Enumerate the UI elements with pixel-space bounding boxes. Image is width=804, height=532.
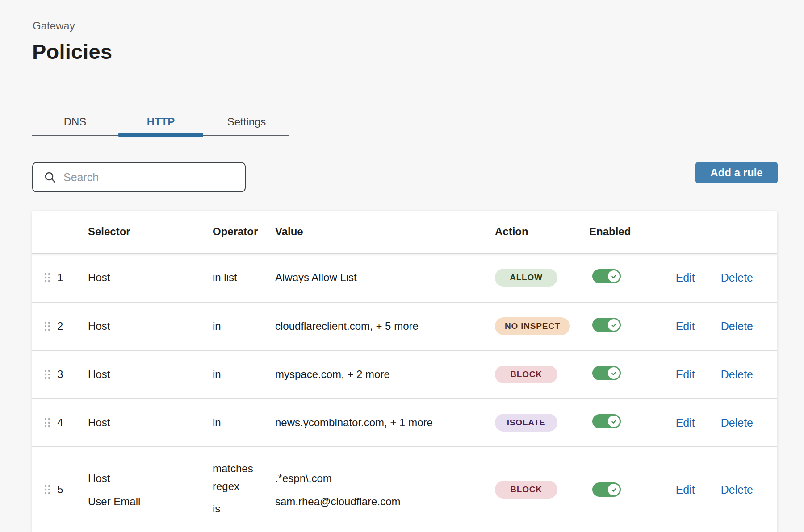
enabled-toggle[interactable] (592, 482, 621, 497)
table-row: 1 Host in list Always Allow List ALLOW E… (32, 254, 777, 302)
table-row: 5 Host User Email matches regex is .*esp… (32, 446, 777, 532)
drag-handle-icon[interactable] (43, 367, 52, 382)
search-input[interactable] (63, 171, 233, 184)
row-value: myspace.com, + 2 more (275, 368, 495, 381)
table-header-row: Selector Operator Value Action Enabled (32, 211, 777, 254)
row-selector: User Email (88, 492, 213, 511)
check-icon (611, 370, 617, 377)
delete-link[interactable]: Delete (721, 416, 753, 429)
row-number: 3 (57, 368, 88, 381)
tab-http[interactable]: HTTP (118, 107, 204, 137)
table-row: 3 Host in myspace.com, + 2 more BLOCK Ed… (32, 350, 777, 398)
row-operator: matches regex (213, 460, 266, 495)
row-selector: Host (88, 368, 213, 381)
edit-link[interactable]: Edit (676, 483, 695, 496)
row-operator: in list (213, 271, 275, 284)
row-value: sam.rhea@cloudflare.com (275, 492, 495, 511)
drag-handle-icon[interactable] (43, 482, 52, 497)
delete-link[interactable]: Delete (721, 320, 753, 333)
divider (708, 482, 708, 498)
row-operator: in (213, 320, 275, 332)
drag-handle-icon[interactable] (43, 416, 52, 430)
check-icon (611, 322, 617, 328)
action-badge: BLOCK (495, 366, 557, 383)
column-header-selector: Selector (88, 225, 213, 238)
row-selector: Host (88, 271, 213, 284)
edit-link[interactable]: Edit (676, 416, 695, 429)
enabled-toggle[interactable] (592, 269, 621, 283)
tab-dns[interactable]: DNS (32, 107, 118, 137)
delete-link[interactable]: Delete (721, 271, 753, 284)
delete-link[interactable]: Delete (721, 368, 753, 381)
edit-link[interactable]: Edit (676, 368, 695, 381)
tab-settings[interactable]: Settings (204, 107, 289, 137)
page-title: Policies (32, 39, 112, 64)
table-row: 4 Host in news.ycombinator.com, + 1 more… (32, 398, 777, 446)
row-number: 1 (57, 271, 88, 284)
column-header-operator: Operator (213, 225, 275, 238)
row-value: Always Allow List (275, 271, 495, 284)
tab-bar: DNS HTTP Settings (32, 107, 289, 137)
row-selector: Host (88, 320, 213, 332)
action-badge: ALLOW (495, 269, 557, 287)
check-icon (611, 273, 617, 280)
row-value: news.ycombinator.com, + 1 more (275, 416, 495, 429)
divider (708, 318, 708, 334)
search-box[interactable] (32, 162, 246, 192)
enabled-toggle[interactable] (592, 414, 621, 428)
divider (708, 270, 708, 286)
divider (708, 366, 708, 382)
row-operator: is (213, 500, 275, 518)
edit-link[interactable]: Edit (676, 320, 695, 333)
edit-link[interactable]: Edit (676, 271, 695, 284)
drag-handle-icon[interactable] (43, 319, 52, 333)
divider (708, 415, 708, 431)
row-number: 4 (57, 416, 88, 429)
row-value: cloudflareclient.com, + 5 more (275, 320, 495, 332)
action-badge: ISOLATE (495, 414, 557, 432)
row-number: 5 (57, 483, 63, 496)
drag-handle-icon[interactable] (43, 270, 52, 285)
row-value: .*espn\.com (275, 469, 495, 488)
check-icon (611, 418, 617, 425)
add-rule-button[interactable]: Add a rule (695, 162, 778, 183)
row-operator: in (213, 368, 275, 381)
check-icon (611, 486, 617, 493)
column-header-enabled: Enabled (586, 225, 657, 238)
table-row: 2 Host in cloudflareclient.com, + 5 more… (32, 302, 777, 350)
delete-link[interactable]: Delete (721, 483, 753, 496)
search-icon (44, 171, 56, 183)
row-number: 2 (57, 320, 88, 332)
enabled-toggle[interactable] (592, 366, 621, 380)
column-header-value: Value (275, 225, 495, 238)
column-header-action: Action (495, 225, 586, 238)
action-badge: BLOCK (495, 481, 557, 499)
enabled-toggle[interactable] (592, 318, 621, 332)
action-badge: NO INSPECT (495, 317, 570, 335)
policies-table: Selector Operator Value Action Enabled 1… (32, 211, 777, 532)
row-selector: Host (88, 416, 213, 429)
breadcrumb[interactable]: Gateway (33, 20, 75, 32)
row-selector: Host (88, 469, 213, 488)
row-operator: in (213, 416, 275, 429)
